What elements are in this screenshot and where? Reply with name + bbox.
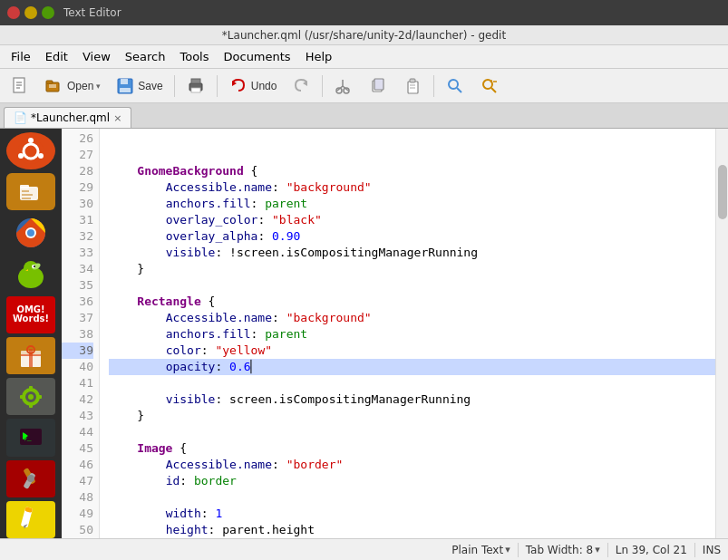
- cut-button[interactable]: [327, 72, 360, 100]
- svg-point-27: [449, 80, 458, 89]
- title-bar: Text Editor: [0, 0, 728, 25]
- sidebar-gift-icon[interactable]: [6, 337, 55, 374]
- svg-rect-55: [21, 354, 41, 356]
- svg-point-68: [27, 475, 34, 482]
- sidebar-ubuntu-icon[interactable]: [6, 132, 55, 169]
- ins-status: INS: [703, 544, 721, 556]
- menu-view[interactable]: View: [75, 48, 118, 65]
- svg-point-36: [38, 153, 44, 159]
- separator-3: [322, 75, 323, 97]
- text-type-dropdown[interactable]: ▾: [505, 544, 510, 555]
- svg-rect-22: [374, 79, 383, 90]
- maximize-button[interactable]: [42, 6, 54, 19]
- close-button[interactable]: [7, 6, 20, 19]
- open-button[interactable]: Open ▾: [38, 72, 107, 100]
- svg-rect-13: [191, 88, 200, 92]
- tab-close-button[interactable]: ×: [113, 112, 121, 124]
- code-editor[interactable]: GnomeBackground { Accessible.name: "back…: [100, 129, 715, 538]
- find-button[interactable]: [439, 72, 471, 100]
- menu-search[interactable]: Search: [118, 48, 173, 65]
- app-title: Text Editor: [63, 6, 121, 19]
- sidebar-browser-icon[interactable]: [6, 214, 55, 251]
- window-controls: [7, 6, 54, 19]
- tabbar: 📄 *Launcher.qml ×: [0, 103, 728, 129]
- replace-button[interactable]: [473, 72, 506, 100]
- paste-icon: [403, 76, 422, 96]
- sidebar-edit-icon[interactable]: [6, 501, 55, 538]
- menu-file[interactable]: File: [4, 48, 38, 65]
- sidebar-tools-icon[interactable]: [6, 460, 55, 497]
- position-label: Ln 39, Col 21: [616, 544, 687, 556]
- svg-rect-42: [22, 198, 31, 199]
- save-icon: [115, 76, 135, 96]
- svg-point-46: [27, 229, 34, 237]
- tab-width-dropdown[interactable]: ▾: [595, 544, 600, 555]
- tab-file-icon: 📄: [14, 111, 27, 124]
- save-button[interactable]: Save: [109, 72, 169, 100]
- svg-rect-10: [120, 88, 131, 92]
- text-type-status[interactable]: Plain Text ▾: [451, 544, 510, 556]
- search-icon: [445, 76, 465, 96]
- copy-icon: [368, 76, 388, 96]
- toolbar: Open ▾ Save: [0, 69, 728, 103]
- statusbar: Plain Text ▾ Tab Width: 8 ▾ Ln 39, Col 2…: [0, 538, 728, 560]
- sidebar-bird-icon[interactable]: [6, 256, 55, 293]
- undo-icon: [228, 76, 248, 96]
- tab-launcher-qml[interactable]: 📄 *Launcher.qml ×: [4, 107, 131, 128]
- text-type-label: Plain Text: [451, 544, 503, 556]
- ins-label: INS: [703, 544, 721, 556]
- minimize-button[interactable]: [24, 6, 37, 19]
- app-window: *Launcher.qml (/usr/share/unity-2d/launc…: [0, 25, 728, 560]
- svg-rect-9: [121, 79, 128, 84]
- new-icon: [10, 76, 30, 96]
- scrollbar[interactable]: [715, 129, 728, 538]
- svg-line-30: [491, 88, 496, 92]
- open-label: Open: [67, 80, 93, 92]
- undo-button[interactable]: Undo: [222, 72, 284, 100]
- svg-rect-40: [22, 190, 29, 192]
- redo-button[interactable]: [285, 72, 317, 100]
- sidebar-files-icon[interactable]: [6, 173, 55, 210]
- svg-rect-24: [410, 79, 415, 82]
- open-icon: [44, 76, 64, 96]
- svg-rect-5: [46, 81, 53, 83]
- redo-icon: [291, 76, 311, 96]
- svg-point-58: [28, 394, 34, 400]
- svg-rect-62: [36, 395, 42, 399]
- sidebar-terminal-icon[interactable]: $_: [6, 419, 55, 456]
- sidebar: OMG!Words!: [0, 129, 62, 538]
- separator-2: [217, 75, 218, 97]
- open-arrow: ▾: [96, 82, 101, 91]
- svg-rect-54: [29, 349, 33, 367]
- svg-line-28: [457, 88, 461, 92]
- status-sep-2: [607, 543, 608, 557]
- sidebar-omg-icon[interactable]: OMG!Words!: [6, 296, 55, 333]
- tab-width-label: Tab Width: 8: [526, 544, 593, 556]
- svg-rect-12: [191, 79, 200, 83]
- window-title: *Launcher.qml (/usr/share/unity-2d/launc…: [222, 29, 506, 42]
- undo-label: Undo: [251, 80, 277, 92]
- menu-documents[interactable]: Documents: [217, 48, 298, 65]
- menu-edit[interactable]: Edit: [38, 48, 75, 65]
- line-numbers: 26 27 28 29 30 31 32 33 34 35 36 37 38 3…: [62, 129, 100, 538]
- tab-width-status[interactable]: Tab Width: 8 ▾: [526, 544, 600, 556]
- status-sep-3: [694, 543, 695, 557]
- sidebar-settings2-icon[interactable]: [6, 378, 55, 415]
- svg-rect-59: [29, 386, 33, 391]
- paste-button[interactable]: [396, 72, 429, 100]
- svg-rect-41: [22, 194, 33, 196]
- status-sep-1: [518, 543, 519, 557]
- svg-rect-39: [20, 185, 29, 188]
- svg-rect-60: [29, 402, 33, 408]
- svg-rect-61: [20, 395, 25, 399]
- scroll-thumb[interactable]: [718, 165, 727, 219]
- main-content: OMG!Words!: [0, 129, 728, 538]
- svg-point-35: [28, 138, 34, 143]
- new-button[interactable]: [4, 72, 36, 100]
- save-label: Save: [138, 80, 162, 92]
- copy-button[interactable]: [362, 72, 394, 100]
- menu-tools[interactable]: Tools: [172, 48, 216, 65]
- menu-help[interactable]: Help: [298, 48, 340, 65]
- print-button[interactable]: [180, 72, 212, 100]
- editor-area: 26 27 28 29 30 31 32 33 34 35 36 37 38 3…: [62, 129, 728, 538]
